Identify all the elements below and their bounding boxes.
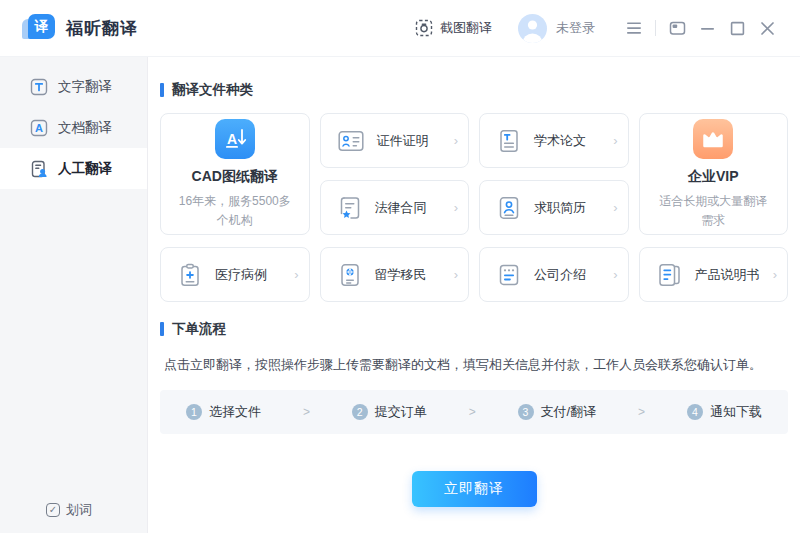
- minimize-button[interactable]: [692, 13, 722, 43]
- menu-button[interactable]: [619, 13, 649, 43]
- app-title: 福昕翻译: [66, 17, 138, 40]
- chevron-right-icon: ›: [613, 200, 617, 215]
- contract-star-icon: [338, 196, 362, 220]
- step-label: 通知下载: [710, 403, 762, 421]
- step-arrow: >: [469, 405, 476, 419]
- order-steps-bar: 1 选择文件 > 2 提交订单 > 3 支付/翻译 > 4 通知下载: [160, 390, 788, 434]
- chevron-right-icon: ›: [454, 133, 458, 148]
- step-notify-download: 4 通知下载: [687, 403, 762, 421]
- card-label: 产品说明书: [695, 266, 760, 284]
- chevron-right-icon: ›: [294, 267, 298, 282]
- step-label: 选择文件: [209, 403, 261, 421]
- card-subtitle: 适合长期或大量翻译需求: [654, 192, 774, 229]
- card-label: 法律合同: [375, 199, 427, 217]
- order-flow-description: 点击立即翻译，按照操作步骤上传需要翻译的文档，填写相关信息并付款，工作人员会联系…: [164, 356, 784, 374]
- human-translate-icon: [30, 160, 48, 178]
- word-selection-toggle[interactable]: ✓ 划词: [46, 501, 92, 519]
- sidebar: 文字翻译 A 文档翻译 人工翻译: [0, 57, 148, 533]
- brand: 译 福昕翻译: [22, 12, 138, 44]
- chevron-right-icon: ›: [773, 267, 777, 282]
- card-cad-translation[interactable]: A CAD图纸翻译 16年来，服务5500多个机构: [160, 113, 310, 235]
- chevron-right-icon: ›: [454, 200, 458, 215]
- order-flow-header: 下单流程: [160, 320, 788, 338]
- card-label: 医疗病例: [215, 266, 267, 284]
- maximize-button[interactable]: [722, 13, 752, 43]
- app-window: 译 福昕翻译 截图翻译 未登: [0, 0, 800, 533]
- screenshot-camera-icon: [415, 19, 433, 37]
- sidebar-item-human-translate[interactable]: 人工翻译: [0, 148, 147, 189]
- translate-now-button[interactable]: 立即翻译: [412, 471, 537, 507]
- card-legal-contract[interactable]: 法律合同 ›: [320, 180, 470, 235]
- doc-translate-icon: A: [30, 119, 48, 137]
- cta-row: 立即翻译: [160, 471, 788, 507]
- chevron-right-icon: ›: [613, 267, 617, 282]
- card-label: 学术论文: [534, 132, 586, 150]
- card-company-intro[interactable]: 公司介绍 ›: [479, 247, 629, 302]
- screenshot-translate-label: 截图翻译: [440, 19, 492, 37]
- step-label: 支付/翻译: [541, 403, 597, 421]
- logo-bubble-front: 译: [28, 14, 55, 39]
- id-card-icon: [338, 130, 364, 152]
- card-title: 企业VIP: [688, 168, 739, 186]
- card-medical-case[interactable]: 医疗病例 ›: [160, 247, 310, 302]
- sidebar-item-text-translate[interactable]: 文字翻译: [0, 66, 147, 107]
- card-label: 证件证明: [377, 132, 429, 150]
- vip-crown-icon: [693, 119, 733, 159]
- order-flow-title: 下单流程: [172, 320, 226, 338]
- step-choose-file: 1 选择文件: [186, 403, 261, 421]
- card-product-manual[interactable]: 产品说明书 ›: [639, 247, 789, 302]
- cad-translate-icon: A: [215, 119, 255, 159]
- svg-text:A: A: [35, 122, 43, 134]
- text-translate-icon: [30, 78, 48, 96]
- card-title: CAD图纸翻译: [192, 168, 278, 186]
- screenshot-translate-button[interactable]: 截图翻译: [415, 19, 492, 37]
- login-status[interactable]: 未登录: [556, 19, 595, 37]
- sidebar-item-label: 文档翻译: [58, 119, 112, 137]
- user-avatar[interactable]: [518, 14, 547, 43]
- globe-document-icon: [338, 263, 362, 287]
- section-accent-bar: [160, 83, 164, 97]
- chevron-right-icon: ›: [454, 267, 458, 282]
- step-pay-translate: 3 支付/翻译: [518, 403, 597, 421]
- manual-doc-icon: [657, 263, 682, 287]
- step-arrow: >: [303, 405, 310, 419]
- file-type-grid: A CAD图纸翻译 16年来，服务5500多个机构: [160, 113, 788, 302]
- file-types-title: 翻译文件种类: [172, 81, 253, 99]
- company-doc-icon: [497, 263, 521, 287]
- close-button[interactable]: [752, 13, 782, 43]
- titlebar-actions: 截图翻译 未登录: [415, 13, 782, 43]
- medical-plus-icon: [178, 263, 202, 287]
- step-number-badge: 1: [186, 404, 202, 420]
- file-types-header: 翻译文件种类: [160, 81, 788, 99]
- sidebar-item-label: 文字翻译: [58, 78, 112, 96]
- card-certificate[interactable]: 证件证明 ›: [320, 113, 470, 168]
- sidebar-item-doc-translate[interactable]: A 文档翻译: [0, 107, 147, 148]
- chevron-right-icon: ›: [613, 133, 617, 148]
- step-number-badge: 2: [352, 404, 368, 420]
- card-immigration[interactable]: 留学移民 ›: [320, 247, 470, 302]
- card-enterprise-vip[interactable]: 企业VIP 适合长期或大量翻译需求: [639, 113, 789, 235]
- card-academic-paper[interactable]: 学术论文 ›: [479, 113, 629, 168]
- sidebar-item-label: 人工翻译: [58, 160, 112, 178]
- card-label: 求职简历: [534, 199, 586, 217]
- title-bar: 译 福昕翻译 截图翻译 未登: [0, 0, 800, 57]
- resume-person-icon: [497, 196, 521, 220]
- card-resume[interactable]: 求职简历 ›: [479, 180, 629, 235]
- app-logo-icon: 译: [22, 12, 56, 44]
- step-submit-order: 2 提交订单: [352, 403, 427, 421]
- step-number-badge: 3: [518, 404, 534, 420]
- section-accent-bar: [160, 322, 164, 336]
- card-subtitle: 16年来，服务5500多个机构: [175, 192, 295, 229]
- svg-text:A: A: [227, 130, 237, 146]
- card-label: 公司介绍: [534, 266, 586, 284]
- card-label: 留学移民: [375, 266, 427, 284]
- titlebar-divider: [655, 20, 656, 36]
- step-number-badge: 4: [687, 404, 703, 420]
- mini-window-button[interactable]: [662, 13, 692, 43]
- main-content: 翻译文件种类 A CAD图纸翻译 16年来，服务5500多个机构: [148, 57, 800, 533]
- step-label: 提交订单: [375, 403, 427, 421]
- academic-paper-icon: [497, 129, 521, 153]
- step-arrow: >: [638, 405, 645, 419]
- word-selection-checkbox[interactable]: ✓: [46, 503, 60, 517]
- word-selection-label: 划词: [66, 501, 92, 519]
